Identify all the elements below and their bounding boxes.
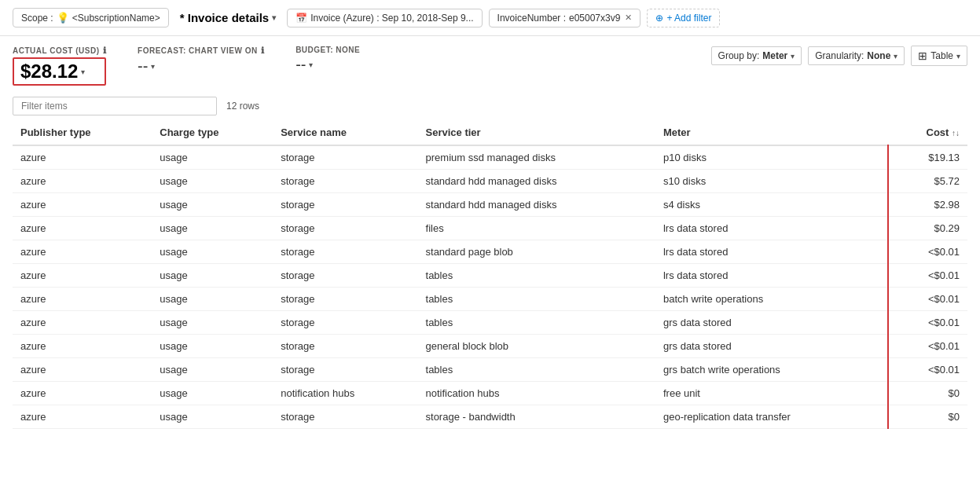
forecast-value: -- ▾: [138, 57, 264, 75]
cell-cost: <$0.01: [888, 240, 967, 264]
actual-cost-value: $28.12: [20, 60, 78, 82]
forecast-chevron[interactable]: ▾: [151, 62, 155, 71]
group-by-value: Meter: [762, 50, 787, 61]
table-row: azure usage storage premium ssd managed …: [13, 145, 967, 170]
invoice-number-value: e05007x3v9: [569, 13, 620, 24]
table-header-row: Publisher type Charge type Service name …: [13, 120, 967, 145]
cell-charge-type: usage: [152, 217, 273, 240]
cell-publisher-type: azure: [13, 145, 152, 170]
actual-cost-info-icon[interactable]: ℹ: [103, 46, 107, 56]
group-by-label: Group by:: [718, 50, 760, 61]
cell-meter: lrs data stored: [655, 240, 888, 264]
cell-publisher-type: azure: [13, 311, 152, 335]
cell-publisher-type: azure: [13, 358, 152, 382]
filter-input[interactable]: [13, 97, 217, 115]
cell-meter: free unit: [655, 382, 888, 405]
cell-charge-type: usage: [152, 240, 273, 264]
cell-service-name: storage: [273, 311, 417, 335]
invoice-number-label: InvoiceNumber :: [497, 13, 566, 24]
table-row: azure usage storage tables grs batch wri…: [13, 358, 967, 382]
forecast-info-icon[interactable]: ℹ: [261, 46, 265, 56]
cell-cost: $0: [888, 382, 967, 405]
actual-cost-block: ACTUAL COST (USD) ℹ $28.12 ▾: [13, 46, 106, 86]
title-text: * Invoice details: [180, 11, 269, 24]
cell-meter: s4 disks: [655, 193, 888, 217]
invoice-number-button[interactable]: InvoiceNumber : e05007x3v9 ✕: [489, 9, 641, 27]
data-table: Publisher type Charge type Service name …: [13, 120, 967, 429]
col-charge-type: Charge type: [152, 120, 273, 145]
actual-cost-label: ACTUAL COST (USD) ℹ: [13, 46, 106, 56]
cell-publisher-type: azure: [13, 335, 152, 358]
scope-label: Scope :: [21, 13, 53, 24]
cell-cost: <$0.01: [888, 335, 967, 358]
cell-cost: $5.72: [888, 170, 967, 193]
table-row: azure usage storage standard page blob l…: [13, 240, 967, 264]
cell-service-tier: standard hdd managed disks: [418, 193, 655, 217]
cell-charge-type: usage: [152, 264, 273, 288]
invoice-filter-label: Invoice (Azure) : Sep 10, 2018-Sep 9...: [310, 13, 473, 24]
group-by-chevron: ▾: [791, 52, 795, 60]
cell-service-tier: storage - bandwidth: [418, 405, 655, 429]
cell-cost: $2.98: [888, 193, 967, 217]
invoice-filter-button[interactable]: 📅 Invoice (Azure) : Sep 10, 2018-Sep 9..…: [287, 9, 482, 27]
cell-charge-type: usage: [152, 145, 273, 170]
scope-button[interactable]: Scope : 💡 <SubscriptionName>: [13, 8, 169, 27]
table-view-button[interactable]: ⊞ Table ▾: [911, 46, 967, 66]
cell-meter: lrs data stored: [655, 264, 888, 288]
cell-service-tier: tables: [418, 358, 655, 382]
cell-charge-type: usage: [152, 335, 273, 358]
cell-meter: lrs data stored: [655, 217, 888, 240]
cell-service-name: storage: [273, 240, 417, 264]
cell-service-name: storage: [273, 193, 417, 217]
table-view-label: Table: [930, 50, 953, 61]
cell-charge-type: usage: [152, 311, 273, 335]
add-filter-button[interactable]: ⊕ + Add filter: [647, 9, 720, 27]
cell-service-tier: tables: [418, 264, 655, 288]
col-publisher-type: Publisher type: [13, 120, 152, 145]
invoice-details-title[interactable]: * Invoice details ▾: [175, 8, 281, 27]
granularity-label: Granularity:: [815, 50, 864, 61]
cell-meter: grs data stored: [655, 335, 888, 358]
cell-meter: s10 disks: [655, 170, 888, 193]
top-bar: Scope : 💡 <SubscriptionName> * Invoice d…: [0, 0, 980, 36]
cell-charge-type: usage: [152, 405, 273, 429]
calendar-icon: 📅: [295, 13, 307, 24]
table-row: azure usage storage general block blob g…: [13, 335, 967, 358]
budget-block: BUDGET: NONE -- ▾: [295, 46, 360, 74]
cell-cost: $19.13: [888, 145, 967, 170]
table-row: azure usage storage tables batch write o…: [13, 288, 967, 311]
cell-meter: grs data stored: [655, 311, 888, 335]
forecast-label: FORECAST: CHART VIEW ON ℹ: [138, 46, 264, 56]
table-row: azure usage notification hubs notificati…: [13, 382, 967, 405]
invoice-number-close-icon[interactable]: ✕: [625, 13, 632, 23]
table-row: azure usage storage tables grs data stor…: [13, 311, 967, 335]
table-row: azure usage storage files lrs data store…: [13, 217, 967, 240]
table-row: azure usage storage standard hdd managed…: [13, 170, 967, 193]
cell-service-name: storage: [273, 288, 417, 311]
cell-meter: geo-replication data transfer: [655, 405, 888, 429]
budget-chevron[interactable]: ▾: [309, 60, 313, 69]
filter-row: 12 rows: [0, 92, 980, 120]
cell-charge-type: usage: [152, 170, 273, 193]
cell-publisher-type: azure: [13, 217, 152, 240]
actual-cost-value-box: $28.12 ▾: [13, 57, 106, 86]
cell-charge-type: usage: [152, 358, 273, 382]
metrics-row: ACTUAL COST (USD) ℹ $28.12 ▾ FORECAST: C…: [0, 36, 980, 92]
cell-cost: <$0.01: [888, 288, 967, 311]
col-cost[interactable]: Cost ↑↓: [888, 120, 967, 145]
cell-meter: grs batch write operations: [655, 358, 888, 382]
cell-service-tier: standard hdd managed disks: [418, 170, 655, 193]
cell-charge-type: usage: [152, 288, 273, 311]
cell-service-name: notification hubs: [273, 382, 417, 405]
cell-charge-type: usage: [152, 193, 273, 217]
granularity-button[interactable]: Granularity: None ▾: [808, 46, 905, 65]
cell-publisher-type: azure: [13, 288, 152, 311]
cell-cost: $0.29: [888, 217, 967, 240]
cell-service-tier: notification hubs: [418, 382, 655, 405]
table-row: azure usage storage tables lrs data stor…: [13, 264, 967, 288]
actual-cost-chevron[interactable]: ▾: [81, 68, 85, 76]
cell-service-tier: standard page blob: [418, 240, 655, 264]
cell-service-tier: premium ssd managed disks: [418, 145, 655, 170]
cell-service-tier: tables: [418, 311, 655, 335]
group-by-button[interactable]: Group by: Meter ▾: [711, 46, 802, 65]
